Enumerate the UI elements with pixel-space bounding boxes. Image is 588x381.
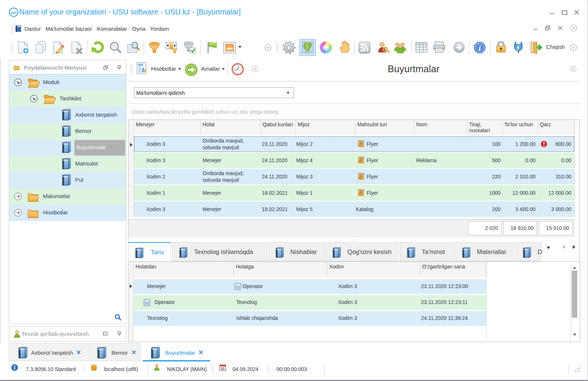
svg-text:usu: usu bbox=[11, 11, 17, 14]
